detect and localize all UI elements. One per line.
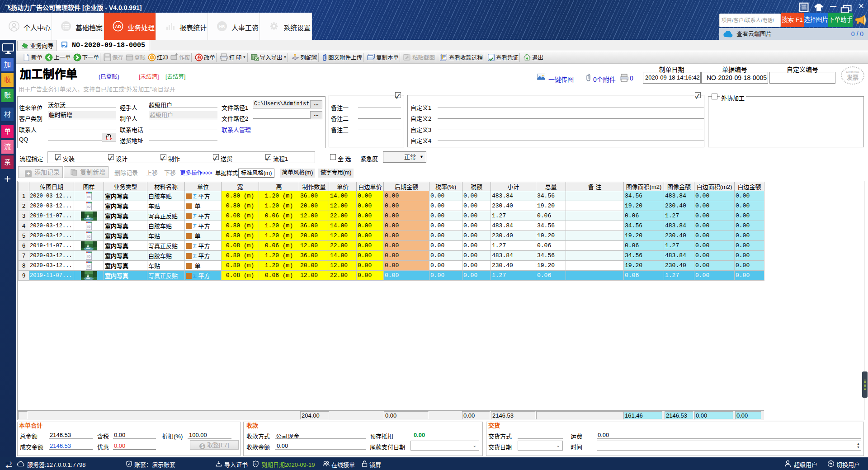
svg-text:AD: AD: [115, 24, 121, 29]
svg-text:HR: HR: [219, 24, 225, 29]
svg-text:E: E: [255, 462, 257, 465]
